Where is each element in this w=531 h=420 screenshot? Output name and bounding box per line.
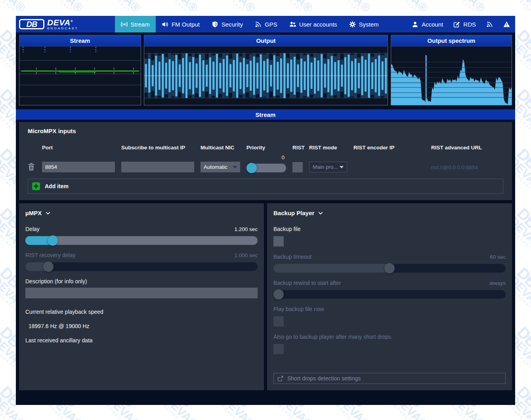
description-input[interactable] [25,288,258,298]
rist-checkbox[interactable] [292,162,303,172]
output-scope-panel: Output [144,35,388,105]
rist-advanced-url-value: rist://@0.0.0.0:8854 [431,164,503,172]
brand-subtitle: BROADCAST [47,27,78,30]
delay-label: Delay [25,226,40,232]
stream-scope-title: Stream [19,35,141,46]
priority-cell: 0 [246,155,286,172]
app-window: DB DEVA® BROADCAST Stream FM Output [16,16,515,405]
backup-rewind-label: Backup rewind to start after [273,280,341,286]
nav-tabs: Stream FM Output Security [115,16,385,32]
ancillary-data-label: Last received ancillary data [25,337,93,344]
output-spectrum-display [391,46,512,105]
stream-scope-panel: Stream [19,35,141,105]
backup-file-checkbox[interactable] [273,236,284,246]
rist-recovery-delay-label: RIST recovery delay [25,252,76,258]
backup-timeout-slider-handle[interactable] [384,263,395,273]
delay-slider-handle[interactable] [48,235,58,246]
speaker-icon [162,21,168,28]
micrompx-input-row: Automatic 0 Main pro... rist://@0.0.0.0:… [28,155,503,172]
col-rist-advanced-url: RIST advanced URL [431,145,503,151]
col-rist-mode: RIST mode [309,145,347,151]
priority-slider-handle[interactable] [246,163,257,173]
spectrum-scope-panel: Output spectrum [391,35,512,105]
spectrum-scope-title: Output spectrum [391,35,512,46]
deva-emblem-icon: DB [19,19,44,29]
play-backup-now-label: Play backup file now [273,306,324,312]
chevron-down-icon [45,210,51,216]
micrompx-inputs-panel: MicroMPX inputs Port Subscribe to multic… [19,122,512,200]
broadcast-icon [121,21,128,28]
add-item-button[interactable]: Add item [28,179,503,194]
play-backup-now-checkbox[interactable] [273,316,284,326]
person-icon [412,21,418,28]
backup-rewind-slider[interactable] [273,290,506,299]
tab-security[interactable]: Security [206,16,249,32]
tab-stream[interactable]: Stream [115,16,156,32]
description-label: Description (for info only) [25,278,87,284]
col-priority: Priority [246,145,286,151]
col-port: Port [42,145,115,151]
chevron-down-icon [318,210,323,216]
backup-timeout-slider[interactable] [273,264,506,273]
edit-icon [453,21,460,28]
output-scope-title: Output [144,35,388,46]
multicast-nic-select[interactable]: Automatic [201,162,240,172]
brand-name: DEVA® [47,18,78,27]
umpx-heading[interactable]: µMPX [25,210,258,216]
deva-logo: DB DEVA® BROADCAST [16,16,84,32]
delay-slider[interactable] [25,236,258,245]
nav-right-cluster: Account RDS [407,16,515,32]
short-drops-settings-button[interactable]: Short drops detection settings [273,373,506,384]
priority-slider[interactable] [246,164,286,172]
priority-value: 0 [246,155,286,160]
backup-rewind-slider-handle[interactable] [273,289,284,300]
delete-row-button[interactable] [28,163,35,171]
backup-player-panel: Backup Player Backup file Backup timeout… [267,203,512,390]
backup-timeout-value: 60 sec [490,254,506,260]
rist-recovery-delay-value: 1.000 sec [234,252,258,258]
backup-rewind-value: always [489,280,506,286]
connection-status-button[interactable] [481,16,498,32]
col-rist-encoder-ip: RIST encoder IP [353,145,425,151]
bottom-panels-row: µMPX Delay 1.200 sec RIST recovery delay… [19,203,512,390]
tab-system[interactable]: System [343,16,385,32]
umpx-panel: µMPX Delay 1.200 sec RIST recovery delay… [19,203,264,390]
output-waveform-display [144,46,388,105]
chevron-down-icon [233,166,237,168]
shield-icon [212,21,218,28]
stream-scope-display [19,46,141,105]
tab-user-accounts[interactable]: User accounts [283,16,343,32]
delay-value: 1.200 sec [234,226,258,232]
backup-file-label: Backup file [273,226,300,232]
satellite-icon [255,21,262,28]
playback-speed-value: 18997.6 Hz @ 19000 Hz [25,323,258,329]
warning-icon [503,21,510,28]
external-link-icon [277,376,283,382]
micrompx-column-headers: Port Subscribe to multicast IP Multicast… [28,145,503,151]
short-drops-checkbox[interactable] [273,344,284,354]
backup-timeout-label: Backup timeout [273,254,312,260]
account-button[interactable]: Account [407,16,448,32]
users-icon [289,21,296,28]
playback-speed-label: Current relative playback speed [25,309,103,315]
satellite-icon [486,21,493,28]
short-drops-label: Also go to backup player after many shor… [273,334,391,340]
multicast-ip-input[interactable] [121,162,194,172]
rist-recovery-delay-slider[interactable] [25,262,258,271]
plus-icon [32,182,40,190]
col-multicast-nic: Multicast NIC [201,145,240,151]
stream-section-header: Stream [16,109,515,120]
tab-fm-output[interactable]: FM Output [156,16,206,32]
gear-icon [349,21,356,28]
micrompx-title: MicroMPX inputs [28,128,503,134]
port-input[interactable] [42,162,115,172]
tab-gps[interactable]: GPS [249,16,283,32]
backup-player-heading[interactable]: Backup Player [273,210,506,216]
scopes-row: Stream Output Output spectrum [19,35,512,105]
rist-recovery-slider-handle[interactable] [43,262,53,272]
rds-button[interactable]: RDS [448,16,481,32]
chevron-down-icon [340,166,344,168]
alarm-status-button[interactable] [498,16,515,32]
col-rist: RIST [292,145,303,151]
rist-mode-select[interactable]: Main pro... [309,162,347,172]
